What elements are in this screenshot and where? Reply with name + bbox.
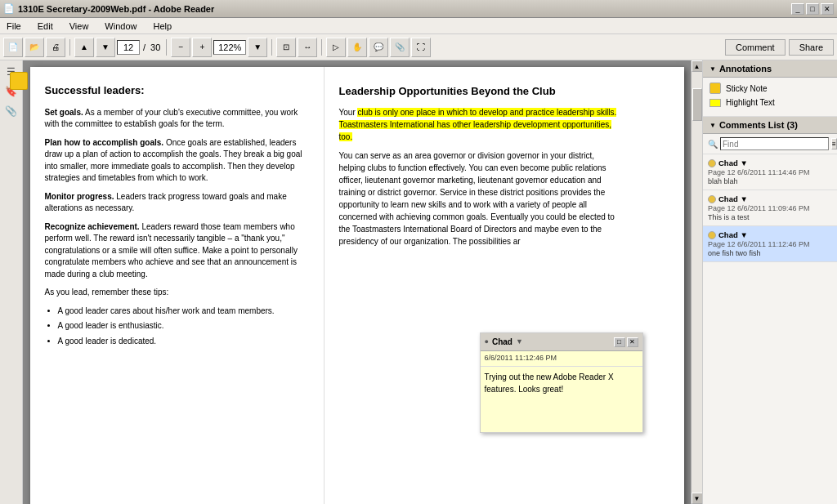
comment-popup: ● Chad ▼ □ ✕ 6/6/2011 11:12:46 PM Trying… <box>480 332 643 433</box>
attach-btn[interactable]: 📎 <box>390 38 410 57</box>
title-bar: 📄 1310E Secretary-2009Web.pdf - Adobe Re… <box>0 0 837 18</box>
popup-controls: □ ✕ <box>614 337 638 347</box>
annotations-title: Annotations <box>719 64 772 74</box>
highlighted-text: club is only one place in which to devel… <box>339 108 617 141</box>
highlight-icon-small <box>709 99 721 107</box>
minimize-button[interactable]: _ <box>791 3 804 15</box>
menu-bar: File Edit View Window Help <box>0 18 837 34</box>
sep2 <box>166 39 167 56</box>
sticky-note-label: Sticky Note <box>726 84 768 93</box>
prev-page-btn[interactable]: ▲ <box>74 38 94 57</box>
popup-date: 6/6/2011 11:12:46 PM <box>481 351 642 367</box>
find-icon: 🔍 <box>708 140 718 149</box>
tips-intro: As you lead, remember these tips: <box>45 287 309 299</box>
right-body-text: You can serve as an area governor or div… <box>339 149 620 248</box>
scroll-thumb[interactable] <box>692 88 702 121</box>
fit-width-btn[interactable]: ↔ <box>298 38 317 57</box>
zoom-input[interactable] <box>213 40 246 55</box>
print-btn[interactable]: 🖨 <box>46 38 65 57</box>
comment-tool-btn[interactable]: 💬 <box>369 38 388 57</box>
comment-1-page-date: Page 12 6/6/2011 11:09:46 PM <box>708 204 832 212</box>
para-monitor: Monitor progress. Leaders track progress… <box>45 191 309 215</box>
pdf-right-column: Leadership Opportunities Beyond the Club… <box>325 67 635 504</box>
comment-0-author-name: Chad ▼ <box>718 158 748 167</box>
pdf-left-column: Successful leaders: Set goals. As a memb… <box>30 67 325 504</box>
comment-2-text: one fish two fish <box>708 249 832 257</box>
comments-list-header: Comments List (3) <box>703 117 837 134</box>
toolbar-right: Comment Share <box>725 39 834 56</box>
scroll-down-btn[interactable]: ▼ <box>692 493 703 504</box>
toolbar: 📄 📂 🖨 ▲ ▼ / 30 − + ▼ ⊡ ↔ ▷ ✋ 💬 📎 ⛶ Comme… <box>0 34 837 60</box>
new-btn[interactable]: 📄 <box>3 38 23 57</box>
menu-view[interactable]: View <box>66 20 92 33</box>
comment-2-author-icon <box>708 231 716 239</box>
page-sep: / <box>143 42 145 52</box>
page-input[interactable] <box>117 40 140 55</box>
text-before-highlight: Your <box>339 108 358 117</box>
bullet-2: A good leader is enthusiastic. <box>58 320 309 332</box>
annotations-panel: Annotations Sticky Note Highlight Text C… <box>702 60 837 504</box>
comment-1-text: This is a test <box>708 213 832 221</box>
popup-author: Chad <box>492 336 512 348</box>
find-input[interactable] <box>720 137 829 150</box>
open-btn[interactable]: 📂 <box>25 38 44 57</box>
sep3 <box>271 39 272 56</box>
fullscreen-btn[interactable]: ⛶ <box>411 38 431 57</box>
zoom-dropdown-btn[interactable]: ▼ <box>248 38 267 57</box>
comment-button[interactable]: Comment <box>725 39 786 56</box>
pdf-scrollbar: ▲ ▼ <box>691 60 702 504</box>
zoom-in-btn[interactable]: + <box>192 38 212 57</box>
find-bar: 🔍 ≡ ◁ ▷ <box>703 134 837 154</box>
menu-file[interactable]: File <box>3 20 25 33</box>
menu-edit[interactable]: Edit <box>34 20 56 33</box>
close-button[interactable]: ✕ <box>821 3 834 15</box>
select-tool-btn[interactable]: ▷ <box>326 38 346 57</box>
para-recognize-title: Recognize achievement. <box>45 222 140 231</box>
para-monitor-title: Monitor progress. <box>45 192 114 201</box>
restore-button[interactable]: □ <box>806 3 819 15</box>
sticky-note-icon-small <box>709 83 721 94</box>
page-total: 30 <box>150 42 160 52</box>
popup-close-btn[interactable]: ✕ <box>627 337 638 347</box>
window-controls: _ □ ✕ <box>791 3 834 15</box>
highlight-text-label: Highlight Text <box>726 98 775 107</box>
window-title: 1310E Secretary-2009Web.pdf - Adobe Read… <box>18 4 214 14</box>
comment-entry-0[interactable]: Chad ▼ Page 12 6/6/2011 11:14:46 PM blah… <box>703 154 837 190</box>
attach-panel-icon[interactable]: 📎 <box>3 103 20 119</box>
comment-0-author-icon <box>708 159 716 167</box>
comment-1-author: Chad ▼ <box>708 194 832 203</box>
popup-body[interactable]: Trying out the new Adobe Reader X featur… <box>481 367 642 432</box>
comment-entry-2[interactable]: Chad ▼ Page 12 6/6/2011 11:12:46 PM one … <box>703 226 837 262</box>
section-title: Successful leaders: <box>45 83 309 99</box>
left-panel: ☰ 🔖 📎 <box>0 60 23 504</box>
next-page-btn[interactable]: ▼ <box>96 38 115 57</box>
fit-page-btn[interactable]: ⊡ <box>276 38 296 57</box>
pdf-page: Successful leaders: Set goals. As a memb… <box>30 67 684 504</box>
comment-entry-1[interactable]: Chad ▼ Page 12 6/6/2011 11:09:46 PM This… <box>703 190 837 226</box>
bullet-1: A good leader cares about his/her work a… <box>58 306 309 318</box>
highlight-text-type[interactable]: Highlight Text <box>709 98 830 107</box>
scroll-track[interactable] <box>692 72 702 493</box>
annotation-types: Sticky Note Highlight Text <box>703 78 837 117</box>
sticky-note-type[interactable]: Sticky Note <box>709 83 830 94</box>
menu-help[interactable]: Help <box>150 20 175 33</box>
app-icon: 📄 <box>3 3 15 14</box>
comment-2-author-name: Chad ▼ <box>718 230 748 239</box>
scroll-up-btn[interactable]: ▲ <box>692 60 703 72</box>
bullets-list: A good leader cares about his/her work a… <box>58 306 309 348</box>
popup-restore-btn[interactable]: □ <box>614 337 625 347</box>
zoom-out-btn[interactable]: − <box>171 38 190 57</box>
para-plan: Plan how to accomplish goals. Once goals… <box>45 137 309 185</box>
comments-list-title: Comments List (3) <box>719 120 798 130</box>
hand-tool-btn[interactable]: ✋ <box>347 38 367 57</box>
para-recognize: Recognize achievement. Leaders reward th… <box>45 221 309 281</box>
pdf-area: Successful leaders: Set goals. As a memb… <box>23 60 691 504</box>
right-body-para: Your club is only one place in which to … <box>339 106 620 143</box>
right-heading: Leadership Opportunities Beyond the Club <box>339 83 620 100</box>
sticky-note-icon[interactable] <box>23 72 28 90</box>
comment-1-author-icon <box>708 195 716 203</box>
share-button[interactable]: Share <box>789 39 834 56</box>
find-options-btn[interactable]: ≡ <box>831 138 837 149</box>
menu-window[interactable]: Window <box>101 20 140 33</box>
popup-text: Trying out the new Adobe Reader X featur… <box>485 372 614 394</box>
